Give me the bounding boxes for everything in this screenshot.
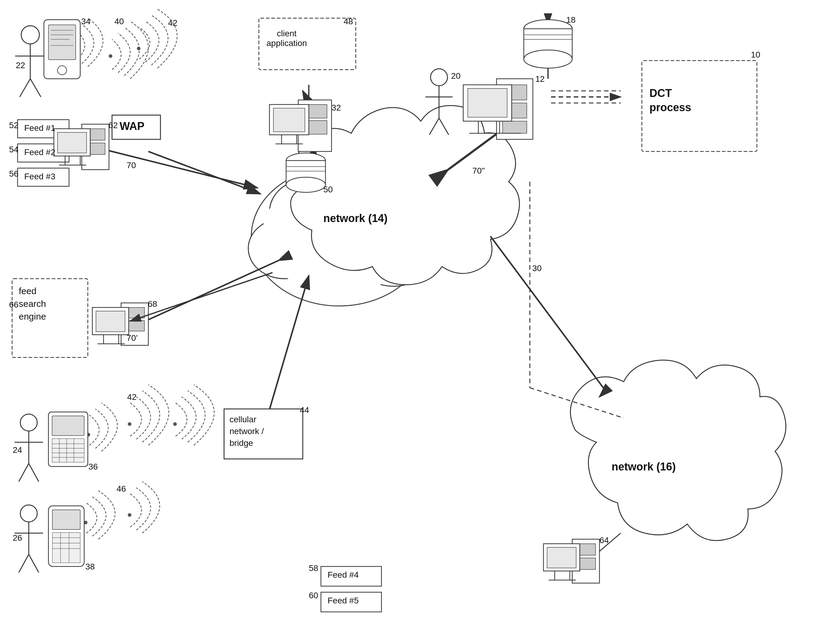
svg-rect-51 xyxy=(496,79,533,140)
label-24: 24 xyxy=(13,445,22,455)
svg-rect-62 xyxy=(303,121,327,134)
label-36: 36 xyxy=(89,462,98,472)
label-50: 50 xyxy=(323,185,333,195)
svg-rect-77 xyxy=(58,132,87,153)
svg-point-3 xyxy=(251,167,427,306)
svg-rect-140 xyxy=(52,532,80,563)
svg-line-20 xyxy=(600,391,606,397)
svg-point-31 xyxy=(73,50,77,53)
label-56: 56 xyxy=(9,169,18,179)
svg-line-120 xyxy=(439,118,449,135)
svg-rect-76 xyxy=(54,129,90,156)
svg-point-33 xyxy=(84,521,87,524)
svg-rect-94 xyxy=(547,547,576,568)
svg-rect-61 xyxy=(303,104,327,118)
svg-point-70 xyxy=(286,177,326,192)
label-34: 34 xyxy=(81,17,90,26)
svg-rect-139 xyxy=(52,510,80,529)
svg-point-5 xyxy=(354,222,433,286)
svg-line-115 xyxy=(29,554,39,572)
wap-label: WAP xyxy=(119,120,144,133)
label-70pp: 70" xyxy=(472,166,485,176)
svg-rect-55 xyxy=(463,85,512,121)
svg-rect-122 xyxy=(49,25,76,60)
svg-point-46 xyxy=(524,20,572,38)
svg-line-13 xyxy=(145,261,279,321)
label-66: 66 xyxy=(9,300,18,310)
svg-rect-93 xyxy=(543,544,580,571)
feed1-label: Feed #1 xyxy=(24,123,55,133)
network14-label: network (14) xyxy=(323,212,387,225)
svg-line-105 xyxy=(30,79,41,97)
label-10: 10 xyxy=(751,50,760,60)
label-42a: 42 xyxy=(168,18,178,28)
svg-rect-64 xyxy=(273,108,305,132)
label-42b: 42 xyxy=(127,392,136,402)
cellular-network-bridge-label: cellular network / bridge xyxy=(230,414,264,449)
label-52: 52 xyxy=(9,121,18,130)
label-20: 20 xyxy=(451,71,461,81)
svg-point-68 xyxy=(286,153,326,168)
svg-point-35 xyxy=(128,422,132,426)
client-application-label: client application xyxy=(266,29,307,48)
svg-rect-56 xyxy=(468,89,507,117)
svg-rect-69 xyxy=(286,161,326,185)
label-12: 12 xyxy=(535,74,545,84)
svg-point-111 xyxy=(20,505,37,522)
label-18: 18 xyxy=(566,15,576,25)
label-40: 40 xyxy=(115,17,124,26)
svg-point-4 xyxy=(248,218,321,279)
svg-line-12 xyxy=(148,152,260,194)
svg-point-36 xyxy=(173,422,177,426)
svg-rect-84 xyxy=(92,307,129,335)
svg-line-119 xyxy=(429,118,439,135)
svg-point-48 xyxy=(524,50,572,68)
svg-rect-82 xyxy=(125,307,144,318)
svg-rect-47 xyxy=(524,29,572,59)
svg-rect-83 xyxy=(125,320,144,331)
svg-rect-53 xyxy=(503,103,527,118)
svg-point-30 xyxy=(109,54,112,58)
svg-point-10 xyxy=(263,191,354,264)
svg-line-15 xyxy=(303,136,318,164)
svg-point-123 xyxy=(58,66,67,75)
svg-point-101 xyxy=(21,26,39,44)
label-62: 62 xyxy=(109,121,118,130)
label-64: 64 xyxy=(600,535,609,545)
svg-point-9 xyxy=(263,179,415,294)
label-58: 58 xyxy=(309,563,318,573)
svg-rect-129 xyxy=(52,416,84,435)
svg-rect-121 xyxy=(44,20,80,79)
label-38: 38 xyxy=(86,562,95,572)
svg-line-109 xyxy=(19,463,29,481)
svg-rect-128 xyxy=(49,412,88,466)
svg-rect-138 xyxy=(49,506,84,566)
feed4-label: Feed #4 xyxy=(328,570,359,580)
feed5-label: Feed #5 xyxy=(328,596,359,606)
svg-line-16 xyxy=(303,91,318,121)
svg-rect-54 xyxy=(503,121,527,133)
svg-rect-85 xyxy=(96,311,125,332)
svg-point-34 xyxy=(137,47,141,50)
label-32: 32 xyxy=(332,103,341,113)
label-22: 22 xyxy=(16,61,25,70)
svg-rect-92 xyxy=(576,558,595,569)
svg-point-8 xyxy=(387,209,448,264)
feed3-label: Feed #3 xyxy=(24,172,55,181)
label-44: 44 xyxy=(300,405,309,415)
svg-rect-91 xyxy=(576,544,595,555)
svg-point-106 xyxy=(20,414,37,431)
label-46: 46 xyxy=(116,484,126,494)
svg-rect-60 xyxy=(298,100,332,152)
svg-point-37 xyxy=(128,513,132,517)
svg-line-110 xyxy=(29,463,39,481)
svg-rect-130 xyxy=(52,439,84,462)
feed2-label: Feed #2 xyxy=(24,147,55,157)
label-70p: 70' xyxy=(127,333,138,343)
network16-label: network (16) xyxy=(612,460,676,473)
svg-point-7 xyxy=(333,171,418,241)
svg-rect-75 xyxy=(86,143,105,155)
svg-rect-73 xyxy=(82,124,109,170)
svg-line-22 xyxy=(530,388,624,418)
svg-line-19 xyxy=(490,236,606,391)
